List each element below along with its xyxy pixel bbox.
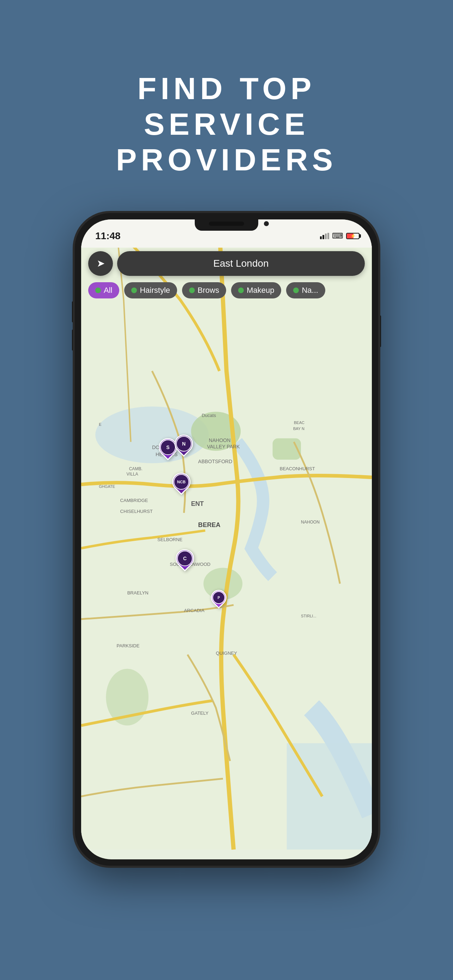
phone-screen: DORCHESTER HEIGHTS NAHOON VALLEY PARK CA… (81, 220, 372, 859)
speaker (209, 221, 244, 226)
filter-row: All Hairstyle Brows Makeup Na... (88, 282, 372, 298)
svg-text:CAMBRIDGE: CAMBRIDGE (120, 498, 148, 503)
phone-mockup: DORCHESTER HEIGHTS NAHOON VALLEY PARK CA… (75, 213, 378, 866)
filter-chip-hairstyle[interactable]: Hairstyle (124, 282, 177, 298)
location-arrow-icon: ➤ (97, 258, 105, 269)
svg-text:CAMB.: CAMB. (129, 466, 143, 471)
volume-up-button (72, 301, 75, 323)
filter-dot-hairstyle (131, 288, 137, 293)
filter-chip-makeup[interactable]: Makeup (231, 282, 281, 298)
map-marker-4[interactable]: C (176, 549, 194, 568)
front-camera (264, 221, 269, 226)
map-marker-3[interactable]: NCB (172, 473, 191, 491)
svg-text:STIRLI...: STIRLI... (301, 614, 316, 618)
map-area: DORCHESTER HEIGHTS NAHOON VALLEY PARK CA… (81, 220, 372, 859)
filter-dot-nails (293, 288, 299, 293)
map-marker-5[interactable]: P (211, 590, 227, 605)
svg-text:BAY N: BAY N (293, 426, 304, 431)
notch-cutout (195, 220, 258, 231)
status-bar: 11:48 ⌨ ⚡ (81, 220, 372, 248)
filter-chip-brows[interactable]: Brows (182, 282, 226, 298)
svg-text:BEAC: BEAC (294, 420, 304, 425)
filter-chip-all[interactable]: All (88, 282, 119, 298)
filter-dot-brows (189, 288, 195, 293)
volume-down-button (72, 329, 75, 351)
city-name: East London (213, 258, 269, 269)
filter-chip-nails[interactable]: Na... (286, 282, 325, 298)
svg-text:QUIGNEY: QUIGNEY (216, 650, 237, 655)
svg-text:Ducats: Ducats (202, 413, 216, 418)
status-icons: ⌨ ⚡ (320, 231, 359, 240)
filter-label-makeup: Makeup (246, 286, 274, 295)
svg-text:BEREA: BEREA (198, 521, 221, 528)
svg-text:NAHOON: NAHOON (301, 519, 319, 524)
map-svg: DORCHESTER HEIGHTS NAHOON VALLEY PARK CA… (81, 220, 372, 859)
city-pill[interactable]: East London (117, 251, 365, 276)
signal-icon (320, 233, 329, 239)
filter-label-nails: Na... (302, 286, 318, 295)
svg-text:BEACONHURST: BEACONHURST (280, 466, 315, 471)
filter-dot-makeup (238, 288, 244, 293)
location-button[interactable]: ➤ (88, 251, 113, 276)
location-bar: ➤ East London (88, 251, 365, 276)
svg-text:ENT: ENT (191, 500, 204, 507)
svg-text:NAHOON: NAHOON (209, 437, 231, 443)
battery-icon: ⚡ (346, 233, 359, 239)
svg-text:CHISELHURST: CHISELHURST (120, 508, 153, 514)
svg-text:GHGATE: GHGATE (99, 484, 115, 488)
svg-text:VALLEY PARK: VALLEY PARK (207, 444, 240, 449)
battery-bolt: ⚡ (350, 234, 356, 239)
svg-text:ARCADIA: ARCADIA (184, 608, 204, 613)
svg-text:GATELY: GATELY (191, 711, 209, 716)
status-time: 11:48 (94, 231, 121, 242)
svg-text:ABBOTSFORD: ABBOTSFORD (198, 458, 232, 464)
filter-label-brows: Brows (197, 286, 219, 295)
filter-dot-all (95, 288, 101, 293)
svg-text:E: E (99, 422, 101, 426)
wifi-icon: ⌨ (332, 231, 343, 240)
svg-text:BRAELYN: BRAELYN (127, 590, 149, 595)
power-button (378, 315, 381, 347)
filter-label-hairstyle: Hairstyle (140, 286, 170, 295)
filter-label-all: All (104, 286, 112, 295)
hero-title: FIND TOP SERVICE PROVIDERS (116, 70, 337, 178)
map-marker-2[interactable]: N (175, 434, 193, 453)
hero-section: FIND TOP SERVICE PROVIDERS (116, 0, 337, 178)
svg-text:SELBORNE: SELBORNE (157, 537, 183, 542)
svg-text:VILLA: VILLA (127, 472, 139, 477)
svg-text:PARKSIDE: PARKSIDE (116, 643, 139, 648)
